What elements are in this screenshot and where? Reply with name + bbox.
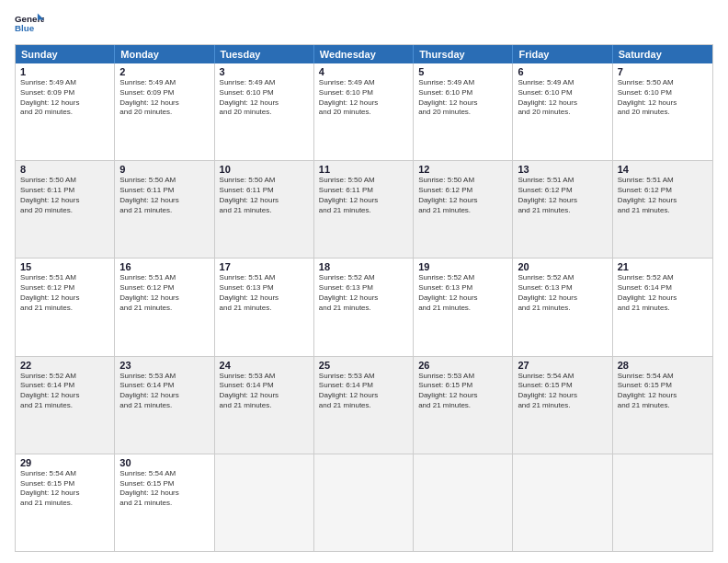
calendar-cell: 24Sunrise: 5:53 AMSunset: 6:14 PMDayligh…: [215, 357, 314, 454]
calendar-page: General Blue SundayMondayTuesdayWednesda…: [0, 0, 728, 563]
calendar-cell: 4Sunrise: 5:49 AMSunset: 6:10 PMDaylight…: [314, 63, 414, 160]
calendar-cell: [215, 454, 314, 551]
header-friday: Friday: [513, 45, 612, 63]
calendar-cell: 5Sunrise: 5:49 AMSunset: 6:10 PMDaylight…: [414, 63, 513, 160]
calendar-row-2: 8Sunrise: 5:50 AMSunset: 6:11 PMDaylight…: [16, 161, 712, 259]
day-number: 7: [618, 66, 708, 77]
header-sunday: Sunday: [16, 45, 115, 63]
calendar-cell: 28Sunrise: 5:54 AMSunset: 6:15 PMDayligh…: [613, 357, 712, 454]
calendar-cell: [314, 454, 414, 551]
cell-info: Sunrise: 5:54 AMSunset: 6:15 PMDaylight:…: [518, 372, 607, 411]
calendar-cell: 2Sunrise: 5:49 AMSunset: 6:09 PMDaylight…: [115, 63, 214, 160]
calendar-cell: 8Sunrise: 5:50 AMSunset: 6:11 PMDaylight…: [16, 161, 115, 258]
calendar-cell: 12Sunrise: 5:50 AMSunset: 6:12 PMDayligh…: [414, 161, 513, 258]
day-number: 9: [119, 164, 209, 175]
calendar-cell: 14Sunrise: 5:51 AMSunset: 6:12 PMDayligh…: [613, 161, 712, 258]
calendar-cell: 30Sunrise: 5:54 AMSunset: 6:15 PMDayligh…: [115, 454, 214, 551]
cell-info: Sunrise: 5:50 AMSunset: 6:11 PMDaylight:…: [119, 176, 209, 215]
day-number: 13: [518, 164, 607, 175]
calendar-cell: 15Sunrise: 5:51 AMSunset: 6:12 PMDayligh…: [16, 259, 115, 355]
calendar-cell: 25Sunrise: 5:53 AMSunset: 6:14 PMDayligh…: [314, 357, 414, 454]
cell-info: Sunrise: 5:50 AMSunset: 6:11 PMDaylight:…: [220, 176, 309, 215]
logo: General Blue: [15, 11, 44, 37]
calendar-cell: 13Sunrise: 5:51 AMSunset: 6:12 PMDayligh…: [513, 161, 612, 258]
cell-info: Sunrise: 5:51 AMSunset: 6:12 PMDaylight:…: [20, 273, 109, 313]
svg-text:Blue: Blue: [15, 23, 35, 33]
page-header: General Blue: [15, 11, 713, 37]
cell-info: Sunrise: 5:50 AMSunset: 6:10 PMDaylight:…: [618, 78, 708, 118]
day-number: 24: [220, 360, 309, 371]
calendar-cell: 22Sunrise: 5:52 AMSunset: 6:14 PMDayligh…: [16, 357, 115, 454]
cell-info: Sunrise: 5:52 AMSunset: 6:14 PMDaylight:…: [20, 372, 109, 411]
calendar-cell: 23Sunrise: 5:53 AMSunset: 6:14 PMDayligh…: [115, 357, 214, 454]
calendar-cell: 29Sunrise: 5:54 AMSunset: 6:15 PMDayligh…: [16, 454, 115, 551]
day-number: 1: [20, 66, 109, 77]
cell-info: Sunrise: 5:53 AMSunset: 6:15 PMDaylight:…: [418, 372, 507, 411]
calendar-row-4: 22Sunrise: 5:52 AMSunset: 6:14 PMDayligh…: [16, 357, 712, 454]
cell-info: Sunrise: 5:49 AMSunset: 6:10 PMDaylight:…: [418, 78, 507, 118]
cell-info: Sunrise: 5:54 AMSunset: 6:15 PMDaylight:…: [20, 469, 109, 509]
calendar-body: 1Sunrise: 5:49 AMSunset: 6:09 PMDaylight…: [16, 63, 712, 551]
calendar-row-5: 29Sunrise: 5:54 AMSunset: 6:15 PMDayligh…: [16, 454, 712, 551]
calendar-cell: 7Sunrise: 5:50 AMSunset: 6:10 PMDaylight…: [613, 63, 712, 160]
calendar-cell: 26Sunrise: 5:53 AMSunset: 6:15 PMDayligh…: [414, 357, 513, 454]
day-number: 18: [319, 261, 408, 272]
day-number: 27: [518, 360, 607, 371]
calendar-cell: [613, 454, 712, 551]
day-number: 3: [220, 66, 309, 77]
header-monday: Monday: [115, 45, 214, 63]
cell-info: Sunrise: 5:49 AMSunset: 6:10 PMDaylight:…: [220, 78, 309, 118]
day-number: 8: [20, 164, 109, 175]
day-number: 28: [618, 360, 708, 371]
calendar-row-1: 1Sunrise: 5:49 AMSunset: 6:09 PMDaylight…: [16, 63, 712, 161]
day-number: 2: [119, 66, 209, 77]
calendar-cell: 10Sunrise: 5:50 AMSunset: 6:11 PMDayligh…: [215, 161, 314, 258]
calendar-cell: 18Sunrise: 5:52 AMSunset: 6:13 PMDayligh…: [314, 259, 414, 355]
cell-info: Sunrise: 5:52 AMSunset: 6:13 PMDaylight:…: [518, 273, 607, 313]
day-number: 10: [220, 164, 309, 175]
day-number: 19: [418, 261, 507, 272]
cell-info: Sunrise: 5:51 AMSunset: 6:12 PMDaylight:…: [119, 273, 209, 313]
cell-info: Sunrise: 5:49 AMSunset: 6:10 PMDaylight:…: [518, 78, 607, 118]
calendar-cell: 6Sunrise: 5:49 AMSunset: 6:10 PMDaylight…: [513, 63, 612, 160]
day-number: 25: [319, 360, 408, 371]
calendar-cell: 11Sunrise: 5:50 AMSunset: 6:11 PMDayligh…: [314, 161, 414, 258]
cell-info: Sunrise: 5:51 AMSunset: 6:12 PMDaylight:…: [618, 176, 708, 215]
header-wednesday: Wednesday: [314, 45, 414, 63]
calendar-cell: 20Sunrise: 5:52 AMSunset: 6:13 PMDayligh…: [513, 259, 612, 355]
calendar-cell: 21Sunrise: 5:52 AMSunset: 6:14 PMDayligh…: [613, 259, 712, 355]
header-tuesday: Tuesday: [215, 45, 314, 63]
day-number: 16: [119, 261, 209, 272]
cell-info: Sunrise: 5:52 AMSunset: 6:13 PMDaylight:…: [319, 273, 408, 313]
day-number: 15: [20, 261, 109, 272]
day-number: 12: [418, 164, 507, 175]
calendar-cell: 9Sunrise: 5:50 AMSunset: 6:11 PMDaylight…: [115, 161, 214, 258]
calendar-cell: 27Sunrise: 5:54 AMSunset: 6:15 PMDayligh…: [513, 357, 612, 454]
day-number: 20: [518, 261, 607, 272]
calendar-cell: [414, 454, 513, 551]
calendar-header: SundayMondayTuesdayWednesdayThursdayFrid…: [16, 45, 712, 63]
calendar-cell: 17Sunrise: 5:51 AMSunset: 6:13 PMDayligh…: [215, 259, 314, 355]
cell-info: Sunrise: 5:49 AMSunset: 6:10 PMDaylight:…: [319, 78, 408, 118]
cell-info: Sunrise: 5:52 AMSunset: 6:14 PMDaylight:…: [618, 273, 708, 313]
day-number: 23: [119, 360, 209, 371]
day-number: 5: [418, 66, 507, 77]
day-number: 4: [319, 66, 408, 77]
day-number: 17: [220, 261, 309, 272]
day-number: 21: [618, 261, 708, 272]
cell-info: Sunrise: 5:53 AMSunset: 6:14 PMDaylight:…: [119, 372, 209, 411]
calendar-cell: 16Sunrise: 5:51 AMSunset: 6:12 PMDayligh…: [115, 259, 214, 355]
calendar-cell: [513, 454, 612, 551]
cell-info: Sunrise: 5:50 AMSunset: 6:11 PMDaylight:…: [20, 176, 109, 215]
calendar-row-3: 15Sunrise: 5:51 AMSunset: 6:12 PMDayligh…: [16, 259, 712, 356]
calendar: SundayMondayTuesdayWednesdayThursdayFrid…: [15, 44, 713, 552]
cell-info: Sunrise: 5:50 AMSunset: 6:11 PMDaylight:…: [319, 176, 408, 215]
day-number: 26: [418, 360, 507, 371]
cell-info: Sunrise: 5:53 AMSunset: 6:14 PMDaylight:…: [220, 372, 309, 411]
cell-info: Sunrise: 5:49 AMSunset: 6:09 PMDaylight:…: [20, 78, 109, 118]
cell-info: Sunrise: 5:51 AMSunset: 6:13 PMDaylight:…: [220, 273, 309, 313]
calendar-cell: 19Sunrise: 5:52 AMSunset: 6:13 PMDayligh…: [414, 259, 513, 355]
header-saturday: Saturday: [613, 45, 712, 63]
cell-info: Sunrise: 5:54 AMSunset: 6:15 PMDaylight:…: [618, 372, 708, 411]
day-number: 11: [319, 164, 408, 175]
